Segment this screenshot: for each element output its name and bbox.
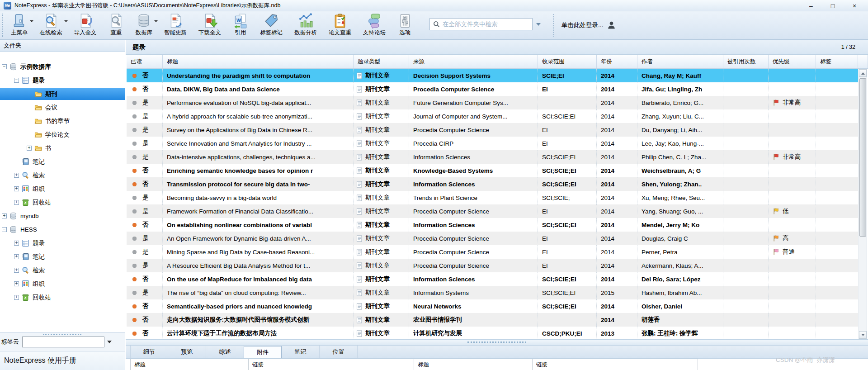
tree-expander-minus[interactable]: − <box>2 64 7 69</box>
column-header[interactable]: 已读 <box>127 55 163 68</box>
table-row[interactable]: 是Service Innovation and Smart Analytics … <box>127 137 858 150</box>
tree-expander-plus[interactable]: + <box>27 146 32 151</box>
tree-expander-plus[interactable]: + <box>14 295 19 300</box>
scrollbar-thumb[interactable] <box>859 78 866 237</box>
tree-item[interactable]: +myndb <box>0 210 125 222</box>
table-row[interactable]: 是Performance evaluation of NoSQL big-dat… <box>127 96 858 109</box>
detail-tab[interactable]: 附件 <box>244 346 282 358</box>
table-row[interactable]: 否Understanding the paradigm shift to com… <box>127 69 858 82</box>
detail-tab[interactable]: 预览 <box>168 346 206 358</box>
toolbar-button-forum[interactable]: 支持论坛 <box>357 11 392 38</box>
tree-expander-plus[interactable]: + <box>14 200 19 205</box>
table-row[interactable]: 是Mining Sparse and Big Data by Case-base… <box>127 245 858 259</box>
column-header[interactable]: 被引用次数 <box>723 55 769 68</box>
tree-item[interactable]: +回收站 <box>0 291 125 304</box>
tree-item[interactable]: +书 <box>0 142 125 154</box>
tree-item[interactable]: +笔记 <box>0 251 125 263</box>
table-row[interactable]: 是An Open Framework for Dynamic Big-data-… <box>127 232 858 245</box>
tree-item[interactable]: +检索 <box>0 264 125 276</box>
search-dropdown-button[interactable] <box>533 18 544 30</box>
tag-cloud-dropdown-button[interactable] <box>104 337 114 347</box>
scroll-up-button[interactable] <box>859 69 867 77</box>
vertical-scrollbar[interactable] <box>859 69 867 339</box>
tree-item[interactable]: −示例数据库 <box>0 61 125 73</box>
detail-tab[interactable]: 细节 <box>130 346 168 358</box>
column-header[interactable]: 来源 <box>409 55 538 68</box>
table-row[interactable]: 是Framework Formation of Financial Data C… <box>127 204 858 218</box>
column-header[interactable]: 优先级 <box>769 55 816 68</box>
tree-item[interactable]: +组织 <box>0 183 125 195</box>
detail-tab[interactable]: 笔记 <box>282 346 320 358</box>
tree-item[interactable]: 笔记 <box>0 156 125 168</box>
attachment-column-header[interactable]: 链接 <box>249 359 414 370</box>
tree-expander-minus[interactable]: − <box>14 78 19 83</box>
tree-expander-plus[interactable]: + <box>14 254 19 259</box>
detail-tab[interactable]: 位置 <box>320 346 358 358</box>
table-row[interactable]: 否On the use of MapReduce for imbalanced … <box>127 272 858 286</box>
tree-item[interactable]: +检索 <box>0 169 125 181</box>
table-row[interactable]: 是Data-intensive applications, challenges… <box>127 150 858 164</box>
tree-item[interactable]: −HESS <box>0 223 125 236</box>
table-row[interactable]: 是A hybrid approach for scalable sub-tree… <box>127 109 858 123</box>
table-row[interactable]: 否Transmission protocol for secure big da… <box>127 177 858 191</box>
table-row[interactable]: 是Becoming data-savvy in a big-data world… <box>127 191 858 204</box>
tree-expander-plus[interactable]: + <box>14 173 19 178</box>
table-row[interactable]: 否On establishing nonlinear combinations … <box>127 218 858 232</box>
tree-item[interactable]: 学位论文 <box>0 128 125 141</box>
minimize-button[interactable]: – <box>800 0 822 11</box>
tree-expander-plus[interactable]: + <box>14 281 19 286</box>
attachment-column-header[interactable]: 标题 <box>414 359 533 370</box>
toolbar-button-options[interactable]: 选项 <box>392 11 419 38</box>
login-area[interactable]: 单击此处登录... <box>561 21 616 29</box>
table-row[interactable]: 否云计算环境下适于工作流的数据布局方法期刊文章计算机研究与发展CSCD;PKU;… <box>127 327 858 339</box>
tree-item[interactable]: 书的章节 <box>0 115 125 127</box>
close-button[interactable]: × <box>844 0 865 11</box>
detail-tab[interactable]: 综述 <box>206 346 244 358</box>
horizontal-splitter[interactable] <box>126 339 868 346</box>
attachment-column-header[interactable]: 链接 <box>533 359 698 370</box>
toolbar-button-database[interactable]: 数据库 <box>130 11 159 38</box>
table-row[interactable]: 否Semantically-based priors and nuanced k… <box>127 299 858 313</box>
toolbar-button-dedupe[interactable]: 查重 <box>103 11 130 38</box>
maximize-button[interactable]: □ <box>822 0 844 11</box>
tree-item[interactable]: +题录 <box>0 237 125 249</box>
tree-item[interactable]: +组织 <box>0 278 125 290</box>
tree-item[interactable]: 期刊 <box>0 88 125 100</box>
attachment-column-header[interactable]: 标题 <box>130 359 249 370</box>
toolbar-button-tag-mark[interactable]: 标签标记 <box>254 11 288 38</box>
toolbar-button-data-analysis[interactable]: 数据分析 <box>288 11 323 38</box>
toolbar-button-import-fulltext[interactable]: 导入全文 <box>68 11 103 38</box>
tree-expander-minus[interactable]: − <box>2 227 7 232</box>
toolbar-button-paper-check[interactable]: 论文查重 <box>323 11 357 38</box>
toolbar-button-main-menu[interactable]: 主菜单 <box>5 11 34 38</box>
tree-item[interactable]: +回收站 <box>0 196 125 209</box>
toolbar-button-online-search[interactable]: 在线检索 <box>34 11 68 38</box>
tree-expander-plus[interactable]: + <box>14 268 19 273</box>
column-header[interactable]: 作者 <box>637 55 723 68</box>
tag-cloud-input[interactable] <box>22 337 104 347</box>
tree-expander-plus[interactable]: + <box>14 186 19 191</box>
scroll-down-button[interactable] <box>859 331 867 339</box>
table-row[interactable]: 是Survey on the Applications of Big Data … <box>127 123 858 137</box>
tree-expander-plus[interactable]: + <box>14 241 19 246</box>
tree-item[interactable]: 会议 <box>0 101 125 114</box>
table-row[interactable]: 否走向大数据知识服务:大数据时代图书馆服务模式创新期刊文章农业图书情报学刊201… <box>127 313 858 327</box>
toolbar-grip[interactable] <box>2 14 4 37</box>
table-row[interactable]: 否Data, DIKW, Big Data and Data Science期刊… <box>127 82 858 96</box>
column-header[interactable]: 题录类型 <box>354 55 409 68</box>
table-row[interactable]: 否Enriching semantic knowledge bases for … <box>127 164 858 177</box>
tree-item[interactable]: −题录 <box>0 74 125 86</box>
toolbar-button-download-fulltext[interactable]: 下载全文 <box>193 11 227 38</box>
table-row[interactable]: 是A Resource Efficient Big Data Analysis … <box>127 259 858 272</box>
column-header[interactable]: 收录范围 <box>538 55 597 68</box>
toolbar-button-cite[interactable]: W引用 <box>227 11 254 38</box>
column-header[interactable]: 标题 <box>163 55 354 68</box>
toolbar-button-smart-update[interactable]: 智能更新 <box>158 11 193 38</box>
splitter-grip[interactable] <box>467 342 526 343</box>
column-header[interactable]: 标签 <box>816 55 858 68</box>
search-input[interactable] <box>443 21 530 28</box>
table-row[interactable]: 是The rise of “big data” on cloud computi… <box>127 286 858 299</box>
splitter-grip[interactable] <box>43 334 81 335</box>
column-header[interactable]: 年份 <box>597 55 637 68</box>
tree-expander-plus[interactable]: + <box>2 213 7 218</box>
